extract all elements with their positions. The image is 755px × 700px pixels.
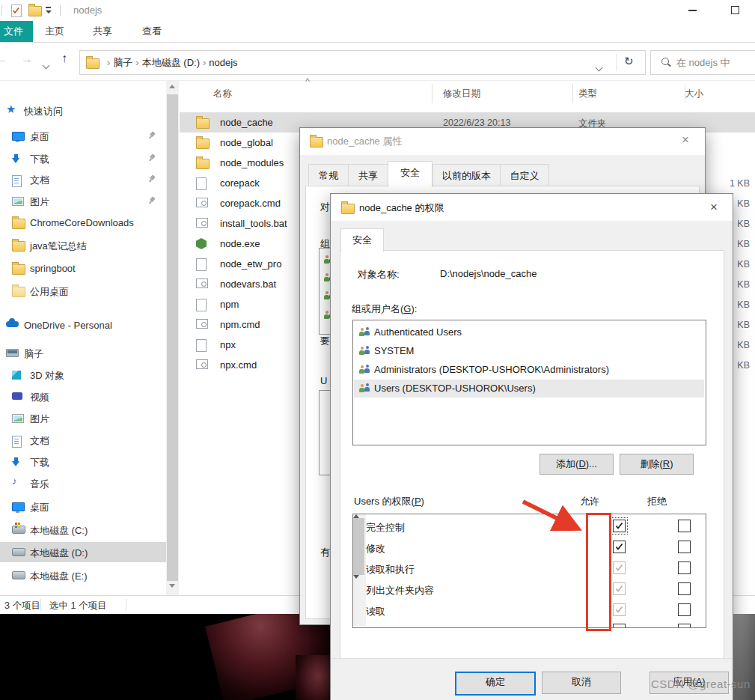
- scroll-thumb[interactable]: [167, 94, 178, 581]
- group-item[interactable]: Administrators (DESKTOP-USHOROK\Administ…: [354, 361, 704, 379]
- sidebar-item-桌面[interactable]: 桌面: [0, 496, 166, 517]
- sidebar-item-ChromeCoreDownloads[interactable]: ChromeCoreDownloads: [0, 213, 166, 233]
- column-separator[interactable]: [572, 84, 573, 103]
- sidebar-item-快速访问[interactable]: ★快速访问: [0, 100, 166, 121]
- permissions-scrollbar[interactable]: [353, 514, 366, 626]
- group-item[interactable]: Authenticated Users: [354, 323, 704, 341]
- sidebar-item-springboot[interactable]: springboot: [0, 258, 166, 279]
- address-dropdown-button[interactable]: [596, 60, 602, 73]
- pictures-icon: [12, 197, 24, 206]
- sidebar-item-桌面[interactable]: 桌面: [0, 126, 166, 146]
- sidebar-item-OneDrive - Personal[interactable]: OneDrive - Personal: [0, 315, 166, 335]
- column-header-修改日期[interactable]: 修改日期: [443, 88, 540, 100]
- ribbon-tab-文件[interactable]: 文件: [0, 21, 33, 42]
- sidebar-item-脑子[interactable]: 脑子: [0, 343, 166, 363]
- sidebar-item-公用桌面[interactable]: 公用桌面: [0, 281, 166, 301]
- sidebar-item-label: 快速访问: [24, 105, 63, 118]
- sidebar-item-下载[interactable]: 下载: [0, 451, 166, 472]
- breadcrumb-item[interactable]: nodejs: [209, 57, 237, 68]
- column-header-类型[interactable]: 类型: [578, 88, 653, 100]
- sidebar-item-图片[interactable]: 图片: [0, 191, 166, 211]
- check-icon: [615, 564, 623, 572]
- breadcrumb-item[interactable]: 本地磁盘 (D:): [142, 56, 200, 70]
- scroll-thumb[interactable]: [353, 518, 364, 575]
- ribbon-tab-查看[interactable]: 查看: [130, 21, 174, 42]
- ribbon-tab-共享[interactable]: 共享: [81, 21, 124, 42]
- forward-button[interactable]: →: [21, 52, 33, 66]
- allow-checkbox-完全控制[interactable]: [613, 520, 626, 532]
- sidebar-item-java笔记总结[interactable]: java笔记总结: [0, 235, 166, 255]
- column-separator[interactable]: [432, 84, 432, 103]
- deny-checkbox-读取[interactable]: [678, 603, 691, 616]
- scroll-down-button[interactable]: [169, 584, 175, 588]
- cancel-button[interactable]: 取消: [542, 672, 621, 694]
- allow-checkbox-列出文件夹内容[interactable]: [613, 582, 626, 595]
- pin-icon: [147, 130, 157, 141]
- remove-button[interactable]: 删除(R): [620, 454, 694, 475]
- column-header-名称[interactable]: 名称: [213, 88, 363, 100]
- address-bar[interactable]: ›脑子›本地磁盘 (D:)›nodejs ↻: [79, 50, 646, 75]
- deny-checkbox-完全控制[interactable]: [678, 520, 691, 532]
- column-header-大小[interactable]: 大小: [644, 88, 703, 100]
- 3d-icon: [12, 371, 21, 380]
- recent-locations-button[interactable]: [43, 58, 49, 71]
- sidebar-item-文档[interactable]: 文档: [0, 169, 166, 189]
- properties-tab-常规[interactable]: 常规: [308, 164, 349, 187]
- allow-checkbox-读取[interactable]: [613, 603, 626, 616]
- groups-listbox[interactable]: Authenticated UsersSYSTEMAdministrators …: [352, 320, 706, 445]
- close-icon[interactable]: ×: [703, 200, 725, 216]
- add-button[interactable]: 添加(D)...: [539, 454, 614, 475]
- breadcrumb-item[interactable]: 脑子: [113, 56, 132, 70]
- sidebar-item-视频[interactable]: 视频: [0, 386, 166, 407]
- properties-tab-安全[interactable]: 安全: [388, 161, 432, 187]
- group-item-label: Authenticated Users: [374, 326, 462, 338]
- search-input[interactable]: 在 nodejs 中: [676, 56, 730, 70]
- sidebar-scrollbar[interactable]: [166, 81, 179, 595]
- deny-checkbox-列出文件夹内容[interactable]: [678, 582, 691, 595]
- maximize-icon: [731, 6, 739, 14]
- properties-quick-icon[interactable]: [11, 4, 22, 17]
- allow-checkbox-partial[interactable]: [613, 624, 626, 628]
- deny-checkbox-修改[interactable]: [678, 541, 691, 553]
- tab-security[interactable]: 安全: [340, 228, 384, 252]
- sidebar-item-本地磁盘 (E:)[interactable]: 本地磁盘 (E:): [0, 565, 166, 585]
- allow-checkbox-修改[interactable]: [613, 541, 626, 553]
- chevron-down-icon: [46, 10, 52, 13]
- toolbar-customize-button[interactable]: [45, 6, 52, 15]
- group-item[interactable]: SYSTEM: [354, 342, 704, 360]
- column-separator[interactable]: [685, 84, 685, 103]
- deny-checkbox-partial[interactable]: [678, 624, 691, 628]
- properties-tab-共享[interactable]: 共享: [348, 164, 388, 187]
- properties-tab-以前的版本[interactable]: 以前的版本: [432, 164, 501, 187]
- up-button[interactable]: ↑: [61, 52, 67, 65]
- deny-checkbox-读取和执行[interactable]: [678, 561, 691, 574]
- allow-checkbox-读取和执行[interactable]: [613, 561, 626, 574]
- refresh-button[interactable]: ↻: [624, 55, 634, 68]
- sidebar-item-本地磁盘 (D:)[interactable]: 本地磁盘 (D:): [0, 542, 166, 562]
- groups-label: 组或用户名(G):: [352, 302, 417, 316]
- properties-tab-自定义[interactable]: 自定义: [500, 164, 549, 187]
- sidebar-item-音乐[interactable]: ♪音乐: [0, 473, 166, 493]
- search-box[interactable]: 在 nodejs 中: [650, 50, 755, 75]
- file-name: npx.cmd: [220, 359, 257, 371]
- back-button[interactable]: ←: [0, 52, 7, 66]
- scroll-up-button[interactable]: [169, 85, 175, 88]
- sidebar-item-图片[interactable]: 图片: [0, 408, 166, 428]
- cmd-icon: [196, 279, 208, 288]
- scroll-down-button[interactable]: [353, 575, 366, 579]
- permissions-dialog-titlebar: node_cache 的权限 ×: [331, 194, 733, 221]
- sidebar-item-文档[interactable]: 文档: [0, 430, 166, 450]
- ribbon-tab-主页[interactable]: 主页: [33, 21, 76, 42]
- maximize-button[interactable]: [720, 0, 751, 19]
- minimize-button[interactable]: [677, 0, 709, 19]
- sidebar-item-本地磁盘 (C:)[interactable]: 本地磁盘 (C:): [0, 520, 166, 540]
- close-icon[interactable]: ×: [674, 133, 697, 149]
- sidebar-item-3D 对象[interactable]: 3D 对象: [0, 365, 166, 385]
- group-item[interactable]: Users (DESKTOP-USHOROK\Users): [354, 380, 704, 398]
- pictures-icon: [12, 414, 24, 423]
- sidebar-item-下载[interactable]: 下载: [0, 148, 166, 168]
- ok-button[interactable]: 确定: [455, 672, 536, 696]
- file-icon: [196, 258, 207, 271]
- file-name: corepack.cmd: [220, 198, 281, 209]
- folder-icon: [28, 6, 42, 16]
